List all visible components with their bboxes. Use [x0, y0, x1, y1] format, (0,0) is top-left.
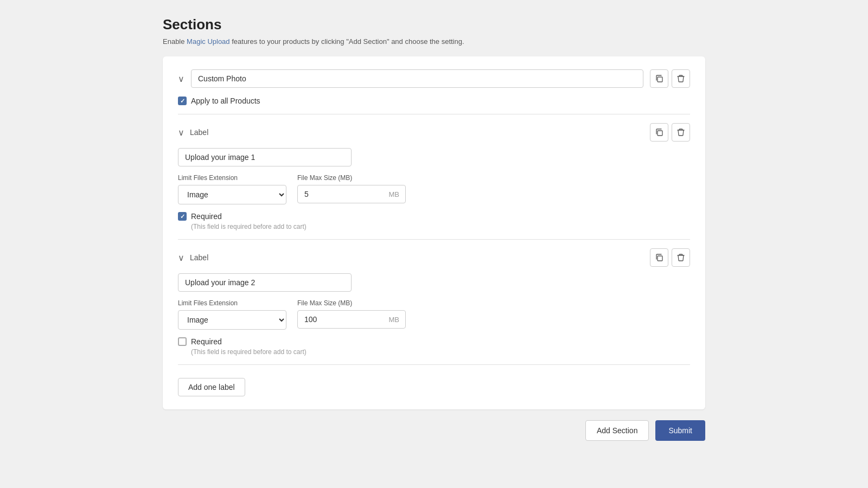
label-2-required-note: (This field is required before add to ca…	[191, 348, 690, 356]
label-2-input[interactable]	[178, 273, 352, 292]
label-1-header: ∨ Label	[178, 123, 690, 142]
footer-row: Add Section Submit	[163, 420, 705, 441]
label-1-required-label: Required	[191, 212, 222, 221]
label-1-filesize-group: File Max Size (MB) MB	[297, 174, 406, 204]
apply-to-all-row: ✓ Apply to all Products	[178, 97, 690, 105]
label-section-1: ∨ Label	[178, 123, 690, 230]
label-2-copy-button[interactable]	[650, 248, 668, 267]
apply-to-all-label: Apply to all Products	[191, 97, 260, 105]
add-label-button[interactable]: Add one label	[178, 378, 245, 396]
label-1-text: Label	[190, 128, 208, 137]
label-1-extension-select[interactable]: Image Video PDF All	[178, 185, 286, 204]
label-2-extension-label: Limit Files Extension	[178, 299, 286, 307]
submit-button[interactable]: Submit	[655, 420, 705, 441]
add-section-button[interactable]: Add Section	[585, 420, 649, 441]
apply-to-all-check-mark: ✓	[180, 98, 185, 104]
apply-to-all-checkbox[interactable]: ✓	[178, 97, 187, 105]
svg-rect-1	[658, 131, 662, 136]
label-1-chevron-icon[interactable]: ∨	[178, 127, 184, 138]
label-1-required-checkbox[interactable]: ✓	[178, 212, 187, 221]
section-divider-2	[178, 239, 690, 240]
label-2-required-label: Required	[191, 337, 222, 346]
section-divider-3	[178, 364, 690, 365]
section-icon-btn-group	[650, 69, 690, 88]
label-1-input[interactable]	[178, 148, 352, 166]
label-2-filesize-group: File Max Size (MB) MB	[297, 299, 406, 330]
label-1-delete-button[interactable]	[672, 123, 690, 142]
label-1-required-row: ✓ Required (This field is required befor…	[178, 212, 690, 230]
label-1-copy-button[interactable]	[650, 123, 668, 142]
label-1-extension-label: Limit Files Extension	[178, 174, 286, 182]
section-divider-1	[178, 114, 690, 114]
label-2-filesize-label: File Max Size (MB)	[297, 299, 406, 307]
magic-upload-link[interactable]: Magic Upload	[187, 37, 230, 46]
svg-rect-0	[658, 77, 662, 82]
label-2-text: Label	[190, 253, 208, 262]
label-1-filesize-wrapper: MB	[297, 185, 406, 203]
section-chevron-icon[interactable]: ∨	[178, 74, 184, 84]
label-1-required-check-row: ✓ Required	[178, 212, 690, 221]
label-1-icon-btn-group	[650, 123, 690, 142]
section-delete-button[interactable]	[672, 69, 690, 88]
label-2-extension-select[interactable]: Image Video PDF All	[178, 310, 286, 330]
page-title: Sections	[163, 16, 705, 33]
label-2-filesize-unit: MB	[389, 316, 400, 324]
section-header-row: ∨	[178, 69, 690, 88]
label-2-required-check-row: ✓ Required	[178, 337, 690, 346]
section-card: ∨ ✓ Apply to all	[163, 56, 705, 409]
svg-rect-2	[658, 256, 662, 261]
section-copy-button[interactable]	[650, 69, 668, 88]
label-1-extension-group: Limit Files Extension Image Video PDF Al…	[178, 174, 286, 204]
section-name-input[interactable]	[191, 69, 643, 88]
label-2-required-row: ✓ Required (This field is required befor…	[178, 337, 690, 356]
label-2-required-checkbox[interactable]: ✓	[178, 337, 187, 346]
label-section-2: ∨ Label	[178, 248, 690, 356]
label-2-delete-button[interactable]	[672, 248, 690, 267]
label-1-filesize-unit: MB	[389, 190, 400, 198]
label-2-fields-row: Limit Files Extension Image Video PDF Al…	[178, 299, 690, 330]
label-2-icon-btn-group	[650, 248, 690, 267]
page-description: Enable Magic Upload features to your pro…	[163, 37, 705, 46]
label-1-required-check-mark: ✓	[180, 214, 185, 220]
label-1-filesize-label: File Max Size (MB)	[297, 174, 406, 182]
label-1-required-note: (This field is required before add to ca…	[191, 223, 690, 230]
label-2-header: ∨ Label	[178, 248, 690, 267]
label-2-chevron-icon[interactable]: ∨	[178, 253, 184, 263]
label-1-fields-row: Limit Files Extension Image Video PDF Al…	[178, 174, 690, 204]
label-2-extension-group: Limit Files Extension Image Video PDF Al…	[178, 299, 286, 330]
label-2-filesize-wrapper: MB	[297, 310, 406, 329]
